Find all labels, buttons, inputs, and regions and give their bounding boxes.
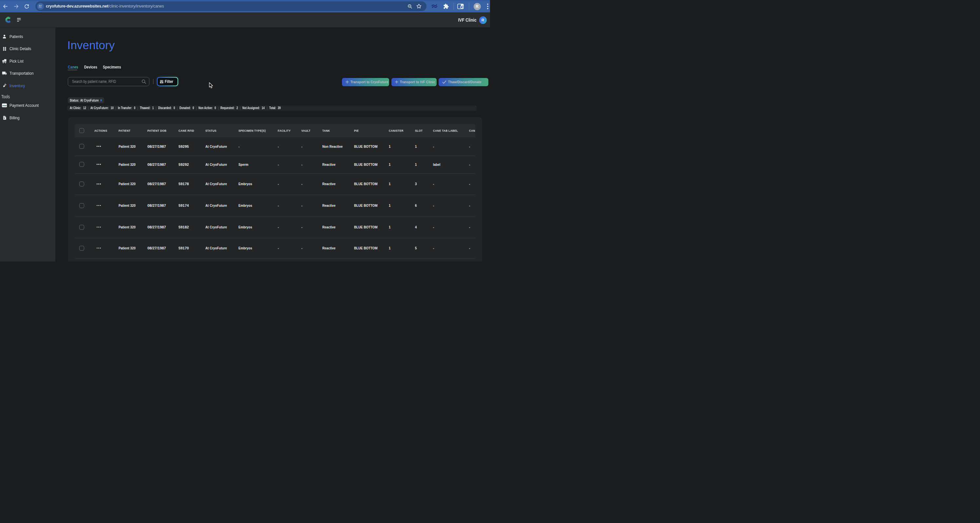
svg-text:stripe: stripe [2,105,6,107]
